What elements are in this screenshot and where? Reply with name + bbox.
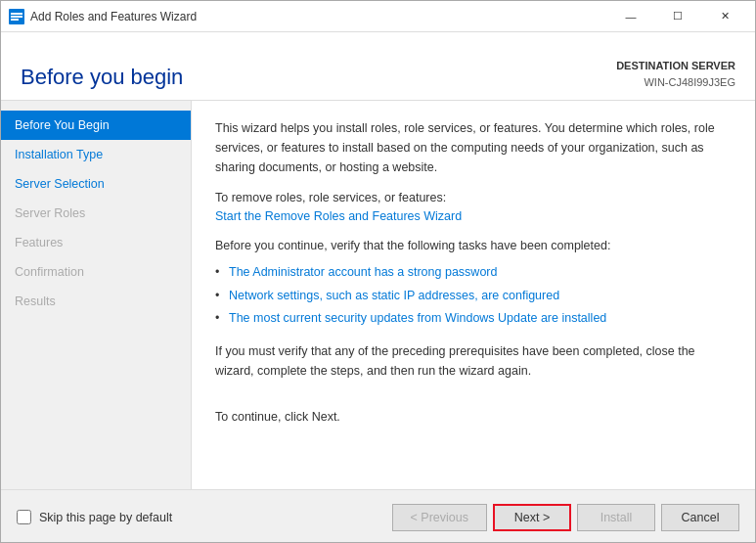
skip-checkbox[interactable] bbox=[17, 510, 31, 524]
remove-link[interactable]: Start the Remove Roles and Features Wiza… bbox=[215, 209, 462, 223]
next-button[interactable]: Next > bbox=[493, 504, 571, 531]
sidebar-item-server-selection[interactable]: Server Selection bbox=[1, 169, 191, 199]
tasks-label: Before you continue, verify that the fol… bbox=[215, 237, 732, 255]
sidebar-item-installation-type[interactable]: Installation Type bbox=[1, 140, 191, 169]
window-title: Add Roles and Features Wizard bbox=[30, 10, 608, 23]
minimize-button[interactable]: — bbox=[608, 5, 653, 28]
wizard-content: Before You BeginInstallation TypeServer … bbox=[1, 101, 755, 489]
footer-left: Skip this page by default bbox=[17, 510, 172, 524]
server-label: DESTINATION SERVER bbox=[616, 58, 735, 74]
sidebar-item-results: Results bbox=[1, 287, 191, 316]
svg-rect-3 bbox=[11, 19, 19, 21]
intro-text: This wizard helps you install roles, rol… bbox=[215, 118, 732, 177]
sidebar-item-confirmation: Confirmation bbox=[1, 257, 191, 287]
sidebar-item-before-you-begin: Before You Begin bbox=[1, 111, 191, 140]
skip-checkbox-area: Skip this page by default bbox=[17, 510, 172, 524]
tasks-list: The Administrator account has a strong p… bbox=[215, 263, 732, 328]
server-info: DESTINATION SERVER WIN-CJ48I99J3EG bbox=[616, 58, 735, 90]
continue-text: To continue, click Next. bbox=[215, 407, 732, 427]
cancel-button[interactable]: Cancel bbox=[661, 504, 739, 531]
wizard-sidebar: Before You BeginInstallation TypeServer … bbox=[1, 101, 192, 489]
server-name: WIN-CJ48I99J3EG bbox=[616, 74, 735, 91]
wizard-footer: Skip this page by default < Previous Nex… bbox=[1, 489, 755, 543]
task-item: Network settings, such as static IP addr… bbox=[215, 287, 732, 305]
sidebar-item-server-roles: Server Roles bbox=[1, 199, 191, 228]
task-item: The most current security updates from W… bbox=[215, 309, 732, 328]
page-title: Before you begin bbox=[21, 65, 183, 90]
close-button[interactable]: ✕ bbox=[702, 5, 747, 28]
skip-checkbox-label[interactable]: Skip this page by default bbox=[39, 511, 172, 524]
window-controls: — ☐ ✕ bbox=[608, 5, 747, 28]
task-item: The Administrator account has a strong p… bbox=[215, 263, 732, 282]
title-bar: Add Roles and Features Wizard — ☐ ✕ bbox=[1, 1, 755, 32]
maximize-button[interactable]: ☐ bbox=[655, 5, 700, 28]
svg-rect-2 bbox=[11, 16, 22, 18]
wizard-body: Before you begin DESTINATION SERVER WIN-… bbox=[1, 32, 755, 543]
sidebar-item-features: Features bbox=[1, 228, 191, 257]
svg-rect-1 bbox=[11, 13, 22, 15]
app-icon bbox=[9, 9, 24, 24]
wizard-header: Before you begin DESTINATION SERVER WIN-… bbox=[1, 32, 755, 101]
wizard-main: This wizard helps you install roles, rol… bbox=[192, 101, 755, 489]
install-button[interactable]: Install bbox=[577, 504, 655, 531]
previous-button[interactable]: < Previous bbox=[392, 504, 487, 531]
closing-text: If you must verify that any of the prece… bbox=[215, 341, 732, 381]
remove-label: To remove roles, role services, or featu… bbox=[215, 191, 732, 204]
footer-right: < Previous Next > Install Cancel bbox=[392, 504, 739, 531]
